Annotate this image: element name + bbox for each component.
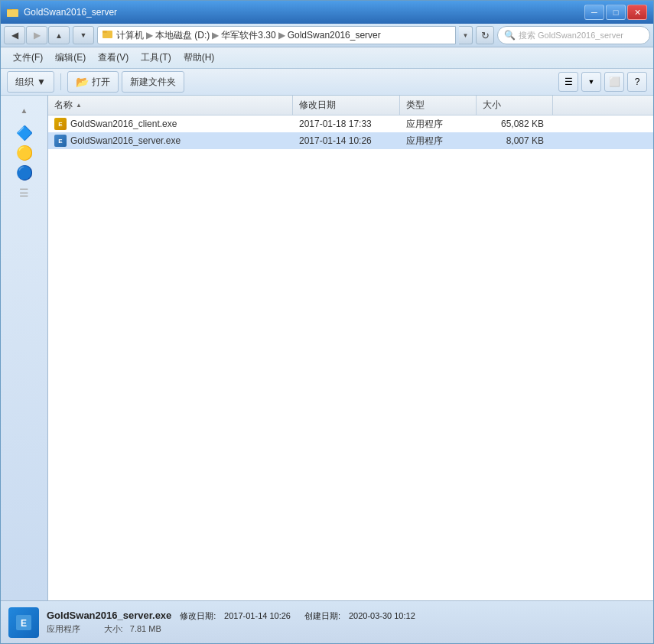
refresh-button[interactable]: ↻ bbox=[476, 26, 494, 44]
address-path-icon bbox=[102, 29, 113, 42]
up-button[interactable]: ▲ bbox=[48, 26, 70, 44]
file-row-client[interactable]: E GoldSwan2016_client.exe 2017-01-18 17:… bbox=[48, 115, 653, 132]
menu-file[interactable]: 文件(F) bbox=[7, 49, 49, 67]
address-bar-area: ◀ ▶ ▲ ▼ 计算机 ▶ 本地磁盘 (D:) ▶ 华军软件3.30 bbox=[1, 24, 653, 47]
sidebar-item-3[interactable]: 🔵 bbox=[10, 164, 39, 181]
col-header-date[interactable]: 修改日期 bbox=[293, 96, 400, 115]
address-sep1: ▶ bbox=[146, 30, 153, 41]
address-box[interactable]: 计算机 ▶ 本地磁盘 (D:) ▶ 华军软件3.30 ▶ GoldSwan201… bbox=[97, 26, 456, 44]
status-create-label: 创建日期: bbox=[304, 611, 340, 620]
status-size-label: 大小: bbox=[104, 624, 123, 633]
col-header-size[interactable]: 大小 bbox=[477, 96, 553, 115]
file-type-client: 应用程序 bbox=[400, 116, 477, 132]
status-detail: 应用程序 大小: 7.81 MB bbox=[47, 623, 415, 635]
col-header-name[interactable]: 名称 ▲ bbox=[48, 96, 293, 115]
sidebar-item-4[interactable]: ☰ bbox=[10, 184, 39, 201]
toolbar-separator bbox=[60, 73, 61, 90]
file-size-client: 65,082 KB bbox=[477, 117, 553, 131]
menu-bar: 文件(F) 编辑(E) 查看(V) 工具(T) 帮助(H) bbox=[1, 47, 653, 69]
menu-tools[interactable]: 工具(T) bbox=[135, 49, 177, 67]
col-header-type[interactable]: 类型 bbox=[400, 96, 477, 115]
open-icon: 📂 bbox=[76, 76, 89, 88]
sidebar-icon-blue: 🔷 bbox=[16, 125, 33, 141]
new-folder-label: 新建文件夹 bbox=[130, 76, 176, 89]
status-size-value: 7.81 MB bbox=[130, 624, 161, 633]
title-bar-text: GoldSwan2016_server bbox=[24, 7, 117, 18]
menu-help[interactable]: 帮助(H) bbox=[177, 49, 221, 67]
title-bar-left: GoldSwan2016_server bbox=[7, 6, 117, 18]
file-name-client: E GoldSwan2016_client.exe bbox=[48, 116, 293, 132]
col-sort-icon: ▲ bbox=[76, 102, 82, 109]
file-date-server: 2017-01-14 10:26 bbox=[293, 134, 400, 148]
maximize-button[interactable]: □ bbox=[606, 5, 626, 20]
organize-label: 组织 bbox=[15, 76, 34, 89]
forward-button[interactable]: ▶ bbox=[26, 26, 47, 44]
file-size-server: 8,007 KB bbox=[477, 134, 553, 148]
sidebar-scrollbar-icon: ☰ bbox=[19, 187, 29, 199]
back-button[interactable]: ◀ bbox=[4, 26, 25, 44]
search-placeholder: 搜索 GoldSwan2016_server bbox=[519, 30, 623, 41]
organize-dropdown-icon: ▼ bbox=[37, 76, 46, 87]
toolbar: 组织 ▼ 📂 打开 新建文件夹 ☰ ▼ ⬜ ? bbox=[1, 69, 653, 96]
sidebar-item-1[interactable]: 🔷 bbox=[10, 125, 39, 141]
address-part3: 华军软件3.30 bbox=[221, 29, 275, 42]
address-sep2: ▶ bbox=[212, 30, 219, 41]
sidebar-item-2[interactable]: 🟡 bbox=[10, 145, 39, 161]
status-file-icon: E bbox=[8, 607, 39, 638]
file-icon-client: E bbox=[54, 118, 67, 130]
status-modify-label: 修改日期: bbox=[180, 611, 216, 620]
status-bar: E GoldSwan2016_server.exe 修改日期: 2017-01-… bbox=[1, 600, 653, 643]
svg-text:E: E bbox=[21, 618, 27, 629]
sidebar-icon-yellow: 🟡 bbox=[16, 145, 33, 161]
column-headers: 名称 ▲ 修改日期 类型 大小 bbox=[48, 96, 653, 115]
address-part4: GoldSwan2016_server bbox=[288, 30, 381, 41]
menu-view[interactable]: 查看(V) bbox=[92, 49, 135, 67]
open-button[interactable]: 📂 打开 bbox=[67, 71, 119, 93]
svg-rect-2 bbox=[7, 10, 18, 17]
status-create-date: 2020-03-30 10:12 bbox=[349, 611, 415, 620]
status-type-label: 应用程序 bbox=[47, 624, 80, 633]
status-info: GoldSwan2016_server.exe 修改日期: 2017-01-14… bbox=[47, 610, 415, 635]
help-button[interactable]: ? bbox=[627, 72, 647, 92]
file-area: 名称 ▲ 修改日期 类型 大小 E GoldSwan2016 bbox=[48, 96, 653, 600]
recent-button[interactable]: ▼ bbox=[73, 26, 94, 44]
sidebar: ▲ 🔷 🟡 🔵 ☰ bbox=[1, 96, 48, 600]
open-label: 打开 bbox=[92, 76, 110, 89]
file-row-server[interactable]: E GoldSwan2016_server.exe 2017-01-14 10:… bbox=[48, 132, 653, 149]
file-icon-server: E bbox=[54, 135, 67, 147]
file-name-server: E GoldSwan2016_server.exe bbox=[48, 133, 293, 148]
file-list: E GoldSwan2016_client.exe 2017-01-18 17:… bbox=[48, 115, 653, 600]
status-filename: GoldSwan2016_server.exe 修改日期: 2017-01-14… bbox=[47, 610, 415, 622]
view-list-button[interactable]: ☰ bbox=[558, 72, 578, 92]
address-sep3: ▶ bbox=[278, 30, 285, 41]
search-box[interactable]: 🔍 搜索 GoldSwan2016_server bbox=[497, 26, 650, 44]
search-icon: 🔍 bbox=[504, 30, 516, 41]
view-details-dropdown[interactable]: ▼ bbox=[581, 72, 601, 92]
svg-rect-4 bbox=[102, 31, 107, 33]
sidebar-icon-blue2: 🔵 bbox=[16, 164, 33, 181]
menu-edit[interactable]: 编辑(E) bbox=[49, 49, 92, 67]
folder-title-icon bbox=[7, 6, 19, 18]
toolbar-right: ☰ ▼ ⬜ ? bbox=[558, 72, 647, 92]
title-bar-controls: ─ □ ✕ bbox=[584, 5, 647, 20]
new-folder-button[interactable]: 新建文件夹 bbox=[122, 71, 184, 93]
main-area: ▲ 🔷 🟡 🔵 ☰ 名称 ▲ bbox=[1, 96, 653, 600]
address-dropdown[interactable]: ▼ bbox=[459, 26, 473, 44]
address-part2: 本地磁盘 (D:) bbox=[155, 29, 210, 42]
title-bar: GoldSwan2016_server ─ □ ✕ bbox=[1, 1, 653, 24]
organize-button[interactable]: 组织 ▼ bbox=[7, 71, 54, 93]
sidebar-expand-icon: ▲ bbox=[21, 106, 28, 115]
file-type-server: 应用程序 bbox=[400, 133, 477, 149]
sidebar-folder-top[interactable]: ▲ bbox=[11, 99, 38, 122]
address-part1: 计算机 bbox=[116, 29, 144, 42]
minimize-button[interactable]: ─ bbox=[584, 5, 604, 20]
status-modify-date: 2017-01-14 10:26 bbox=[224, 611, 291, 620]
pane-button[interactable]: ⬜ bbox=[604, 72, 624, 92]
close-button[interactable]: ✕ bbox=[627, 5, 647, 20]
file-date-client: 2017-01-18 17:33 bbox=[293, 117, 400, 131]
nav-buttons: ◀ ▶ ▲ bbox=[4, 26, 70, 44]
window: GoldSwan2016_server ─ □ ✕ ◀ ▶ ▲ ▼ 计算机 bbox=[0, 0, 654, 644]
